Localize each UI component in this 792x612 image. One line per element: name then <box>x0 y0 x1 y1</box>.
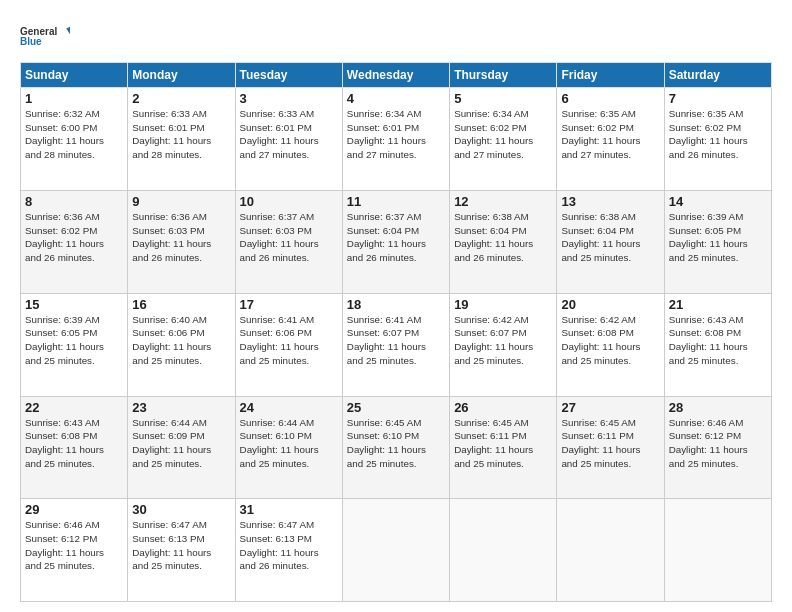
calendar-cell: 31Sunrise: 6:47 AM Sunset: 6:13 PM Dayli… <box>235 499 342 602</box>
day-detail: Sunrise: 6:44 AM Sunset: 6:10 PM Dayligh… <box>240 416 338 471</box>
calendar-cell: 14Sunrise: 6:39 AM Sunset: 6:05 PM Dayli… <box>664 190 771 293</box>
calendar-header-tuesday: Tuesday <box>235 63 342 88</box>
calendar-cell: 22Sunrise: 6:43 AM Sunset: 6:08 PM Dayli… <box>21 396 128 499</box>
day-detail: Sunrise: 6:47 AM Sunset: 6:13 PM Dayligh… <box>240 518 338 573</box>
calendar-cell: 11Sunrise: 6:37 AM Sunset: 6:04 PM Dayli… <box>342 190 449 293</box>
logo-svg: General Blue <box>20 18 70 54</box>
calendar-cell: 12Sunrise: 6:38 AM Sunset: 6:04 PM Dayli… <box>450 190 557 293</box>
day-number: 21 <box>669 297 767 312</box>
day-number: 23 <box>132 400 230 415</box>
calendar-week-row: 8Sunrise: 6:36 AM Sunset: 6:02 PM Daylig… <box>21 190 772 293</box>
day-detail: Sunrise: 6:33 AM Sunset: 6:01 PM Dayligh… <box>240 107 338 162</box>
calendar-cell: 8Sunrise: 6:36 AM Sunset: 6:02 PM Daylig… <box>21 190 128 293</box>
calendar-cell: 15Sunrise: 6:39 AM Sunset: 6:05 PM Dayli… <box>21 293 128 396</box>
calendar-cell: 26Sunrise: 6:45 AM Sunset: 6:11 PM Dayli… <box>450 396 557 499</box>
calendar-cell: 9Sunrise: 6:36 AM Sunset: 6:03 PM Daylig… <box>128 190 235 293</box>
svg-text:General: General <box>20 26 57 37</box>
calendar-week-row: 1Sunrise: 6:32 AM Sunset: 6:00 PM Daylig… <box>21 88 772 191</box>
calendar-cell: 19Sunrise: 6:42 AM Sunset: 6:07 PM Dayli… <box>450 293 557 396</box>
day-number: 15 <box>25 297 123 312</box>
calendar-cell: 16Sunrise: 6:40 AM Sunset: 6:06 PM Dayli… <box>128 293 235 396</box>
calendar-cell: 29Sunrise: 6:46 AM Sunset: 6:12 PM Dayli… <box>21 499 128 602</box>
day-detail: Sunrise: 6:44 AM Sunset: 6:09 PM Dayligh… <box>132 416 230 471</box>
day-number: 2 <box>132 91 230 106</box>
day-detail: Sunrise: 6:45 AM Sunset: 6:11 PM Dayligh… <box>454 416 552 471</box>
calendar-cell: 28Sunrise: 6:46 AM Sunset: 6:12 PM Dayli… <box>664 396 771 499</box>
day-detail: Sunrise: 6:47 AM Sunset: 6:13 PM Dayligh… <box>132 518 230 573</box>
day-number: 27 <box>561 400 659 415</box>
day-detail: Sunrise: 6:41 AM Sunset: 6:06 PM Dayligh… <box>240 313 338 368</box>
calendar-cell: 30Sunrise: 6:47 AM Sunset: 6:13 PM Dayli… <box>128 499 235 602</box>
calendar-cell: 24Sunrise: 6:44 AM Sunset: 6:10 PM Dayli… <box>235 396 342 499</box>
day-detail: Sunrise: 6:34 AM Sunset: 6:02 PM Dayligh… <box>454 107 552 162</box>
calendar-cell: 7Sunrise: 6:35 AM Sunset: 6:02 PM Daylig… <box>664 88 771 191</box>
calendar-cell: 21Sunrise: 6:43 AM Sunset: 6:08 PM Dayli… <box>664 293 771 396</box>
calendar-header-monday: Monday <box>128 63 235 88</box>
calendar-cell: 5Sunrise: 6:34 AM Sunset: 6:02 PM Daylig… <box>450 88 557 191</box>
day-detail: Sunrise: 6:46 AM Sunset: 6:12 PM Dayligh… <box>25 518 123 573</box>
day-number: 1 <box>25 91 123 106</box>
calendar-table: SundayMondayTuesdayWednesdayThursdayFrid… <box>20 62 772 602</box>
day-number: 6 <box>561 91 659 106</box>
calendar-cell <box>342 499 449 602</box>
day-number: 29 <box>25 502 123 517</box>
day-number: 18 <box>347 297 445 312</box>
calendar-cell: 2Sunrise: 6:33 AM Sunset: 6:01 PM Daylig… <box>128 88 235 191</box>
calendar-cell <box>450 499 557 602</box>
day-number: 16 <box>132 297 230 312</box>
day-number: 3 <box>240 91 338 106</box>
day-detail: Sunrise: 6:38 AM Sunset: 6:04 PM Dayligh… <box>454 210 552 265</box>
calendar-cell <box>664 499 771 602</box>
day-detail: Sunrise: 6:35 AM Sunset: 6:02 PM Dayligh… <box>561 107 659 162</box>
calendar-header-sunday: Sunday <box>21 63 128 88</box>
day-detail: Sunrise: 6:43 AM Sunset: 6:08 PM Dayligh… <box>25 416 123 471</box>
svg-marker-2 <box>66 26 70 36</box>
calendar-header-wednesday: Wednesday <box>342 63 449 88</box>
day-detail: Sunrise: 6:38 AM Sunset: 6:04 PM Dayligh… <box>561 210 659 265</box>
day-number: 30 <box>132 502 230 517</box>
day-number: 8 <box>25 194 123 209</box>
day-detail: Sunrise: 6:42 AM Sunset: 6:07 PM Dayligh… <box>454 313 552 368</box>
calendar-cell: 25Sunrise: 6:45 AM Sunset: 6:10 PM Dayli… <box>342 396 449 499</box>
day-detail: Sunrise: 6:37 AM Sunset: 6:04 PM Dayligh… <box>347 210 445 265</box>
calendar-cell: 27Sunrise: 6:45 AM Sunset: 6:11 PM Dayli… <box>557 396 664 499</box>
calendar-week-row: 29Sunrise: 6:46 AM Sunset: 6:12 PM Dayli… <box>21 499 772 602</box>
day-detail: Sunrise: 6:34 AM Sunset: 6:01 PM Dayligh… <box>347 107 445 162</box>
day-number: 28 <box>669 400 767 415</box>
day-number: 5 <box>454 91 552 106</box>
day-detail: Sunrise: 6:32 AM Sunset: 6:00 PM Dayligh… <box>25 107 123 162</box>
day-detail: Sunrise: 6:42 AM Sunset: 6:08 PM Dayligh… <box>561 313 659 368</box>
day-number: 7 <box>669 91 767 106</box>
calendar-week-row: 22Sunrise: 6:43 AM Sunset: 6:08 PM Dayli… <box>21 396 772 499</box>
day-number: 26 <box>454 400 552 415</box>
day-detail: Sunrise: 6:45 AM Sunset: 6:10 PM Dayligh… <box>347 416 445 471</box>
day-number: 9 <box>132 194 230 209</box>
calendar-header-friday: Friday <box>557 63 664 88</box>
calendar-cell: 17Sunrise: 6:41 AM Sunset: 6:06 PM Dayli… <box>235 293 342 396</box>
page: General Blue SundayMondayTuesdayWednesda… <box>0 0 792 612</box>
calendar-cell: 4Sunrise: 6:34 AM Sunset: 6:01 PM Daylig… <box>342 88 449 191</box>
day-number: 31 <box>240 502 338 517</box>
day-detail: Sunrise: 6:36 AM Sunset: 6:03 PM Dayligh… <box>132 210 230 265</box>
day-detail: Sunrise: 6:35 AM Sunset: 6:02 PM Dayligh… <box>669 107 767 162</box>
calendar-cell: 1Sunrise: 6:32 AM Sunset: 6:00 PM Daylig… <box>21 88 128 191</box>
day-number: 11 <box>347 194 445 209</box>
day-number: 19 <box>454 297 552 312</box>
calendar-cell: 20Sunrise: 6:42 AM Sunset: 6:08 PM Dayli… <box>557 293 664 396</box>
calendar-cell: 13Sunrise: 6:38 AM Sunset: 6:04 PM Dayli… <box>557 190 664 293</box>
calendar-week-row: 15Sunrise: 6:39 AM Sunset: 6:05 PM Dayli… <box>21 293 772 396</box>
calendar-header-saturday: Saturday <box>664 63 771 88</box>
calendar-cell <box>557 499 664 602</box>
calendar-cell: 6Sunrise: 6:35 AM Sunset: 6:02 PM Daylig… <box>557 88 664 191</box>
day-detail: Sunrise: 6:33 AM Sunset: 6:01 PM Dayligh… <box>132 107 230 162</box>
calendar-cell: 10Sunrise: 6:37 AM Sunset: 6:03 PM Dayli… <box>235 190 342 293</box>
day-detail: Sunrise: 6:37 AM Sunset: 6:03 PM Dayligh… <box>240 210 338 265</box>
calendar-cell: 23Sunrise: 6:44 AM Sunset: 6:09 PM Dayli… <box>128 396 235 499</box>
day-number: 25 <box>347 400 445 415</box>
logo: General Blue <box>20 18 70 54</box>
header: General Blue <box>20 18 772 54</box>
calendar-header-thursday: Thursday <box>450 63 557 88</box>
day-detail: Sunrise: 6:40 AM Sunset: 6:06 PM Dayligh… <box>132 313 230 368</box>
day-detail: Sunrise: 6:39 AM Sunset: 6:05 PM Dayligh… <box>25 313 123 368</box>
day-number: 10 <box>240 194 338 209</box>
